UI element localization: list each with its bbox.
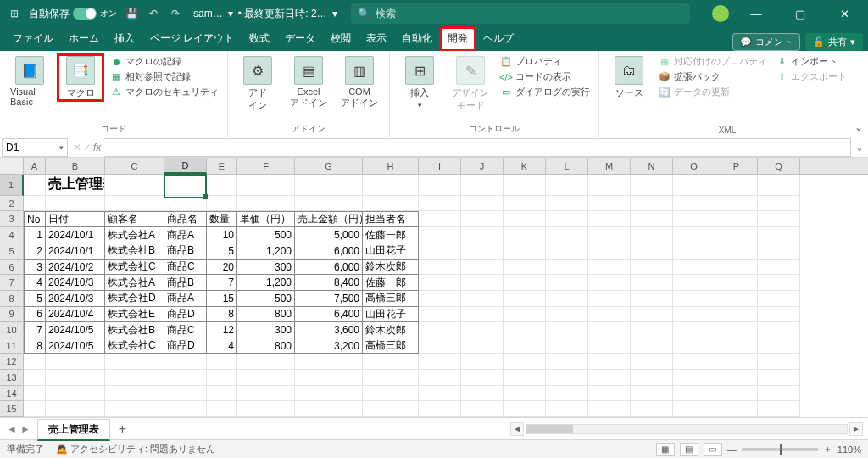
cell[interactable] <box>504 322 546 338</box>
cell[interactable] <box>237 370 295 386</box>
app-menu-icon[interactable]: ⊞ <box>7 6 22 21</box>
cell[interactable] <box>461 260 504 276</box>
cell[interactable] <box>504 175 546 196</box>
cell[interactable] <box>758 291 800 307</box>
tab-help[interactable]: ヘルプ <box>476 27 521 51</box>
cell[interactable] <box>419 386 461 402</box>
cell[interactable] <box>363 386 419 402</box>
minimize-icon[interactable]: ― <box>739 0 773 27</box>
autosave-toggle[interactable]: 自動保存 オン <box>29 7 117 21</box>
cell[interactable] <box>673 338 715 355</box>
cell[interactable]: 商品A <box>164 291 207 307</box>
share-button[interactable]: 🔓共有▾ <box>805 33 863 51</box>
cell[interactable] <box>546 354 588 370</box>
cell[interactable] <box>546 401 588 417</box>
cell[interactable]: No <box>24 211 46 227</box>
cell[interactable]: 山田花子 <box>363 307 419 323</box>
cell[interactable]: 商品名 <box>164 211 207 227</box>
cell[interactable] <box>295 386 363 402</box>
cell[interactable] <box>588 354 631 370</box>
cell[interactable]: 鈴木次郎 <box>363 260 419 276</box>
cell[interactable]: 3 <box>24 260 46 276</box>
maximize-icon[interactable]: ▢ <box>783 0 817 27</box>
cell[interactable] <box>631 370 673 386</box>
tab-review[interactable]: 校閲 <box>323 27 359 51</box>
cell[interactable]: 1,200 <box>237 243 295 260</box>
column-header-C[interactable]: C <box>105 158 164 174</box>
column-header-B[interactable]: B <box>46 158 105 174</box>
cell[interactable] <box>295 354 363 370</box>
cell[interactable]: 高橋三郎 <box>363 291 419 307</box>
cell[interactable]: 1 <box>24 227 46 243</box>
cell[interactable] <box>504 291 546 307</box>
cell[interactable]: 株式会社B <box>105 243 164 260</box>
cell[interactable] <box>419 291 461 307</box>
cell[interactable] <box>504 338 546 355</box>
cell[interactable] <box>504 260 546 276</box>
column-header-M[interactable]: M <box>588 158 631 174</box>
cell[interactable] <box>419 175 461 196</box>
cell[interactable] <box>758 260 800 276</box>
cell[interactable] <box>105 196 164 212</box>
visual-basic-button[interactable]: 📘 Visual Basic <box>7 54 53 109</box>
cell[interactable] <box>588 370 631 386</box>
row-header[interactable]: 14 <box>0 386 24 402</box>
cell[interactable] <box>46 354 105 370</box>
zoom-out-icon[interactable]: ― <box>727 444 737 455</box>
cell[interactable]: 15 <box>207 291 237 307</box>
tab-home[interactable]: ホーム <box>61 27 107 51</box>
cell[interactable] <box>758 275 800 291</box>
cell[interactable] <box>546 291 588 307</box>
cell[interactable] <box>419 354 461 370</box>
cell[interactable]: 10 <box>207 227 237 243</box>
chevron-down-icon[interactable]: ▾ <box>59 143 64 152</box>
collapse-ribbon-icon[interactable]: ⌄ <box>854 121 863 133</box>
cell[interactable] <box>631 243 673 260</box>
cell[interactable]: 500 <box>237 291 295 307</box>
run-dialog-button[interactable]: ▭ダイアログの実行 <box>498 85 592 99</box>
cell[interactable]: 売上金額（円） <box>295 211 363 227</box>
cell[interactable]: 5,000 <box>295 227 363 243</box>
cell[interactable] <box>631 260 673 276</box>
cell[interactable] <box>237 386 295 402</box>
cell[interactable] <box>715 243 758 260</box>
column-header-A[interactable]: A <box>24 158 46 174</box>
cell[interactable]: 2024/10/4 <box>46 307 105 323</box>
cell[interactable] <box>295 401 363 417</box>
cell[interactable] <box>758 211 800 227</box>
tab-developer[interactable]: 開発 <box>440 27 476 51</box>
cell[interactable] <box>715 227 758 243</box>
cell[interactable] <box>588 275 631 291</box>
cell[interactable] <box>758 354 800 370</box>
cell[interactable] <box>715 275 758 291</box>
cell[interactable]: 鈴木次郎 <box>363 322 419 338</box>
cell[interactable] <box>461 211 504 227</box>
cell[interactable]: 300 <box>237 260 295 276</box>
xml-source-button[interactable]: 🗂ソース <box>606 54 652 101</box>
accessibility-status[interactable]: 🙇 アクセシビリティ: 問題ありません <box>56 443 215 455</box>
cell[interactable]: 3,200 <box>295 338 363 355</box>
cell[interactable] <box>419 370 461 386</box>
view-pagebreak-icon[interactable]: ▭ <box>704 443 722 456</box>
cell[interactable] <box>504 307 546 323</box>
cell[interactable] <box>673 354 715 370</box>
cell[interactable] <box>673 322 715 338</box>
cell[interactable] <box>758 401 800 417</box>
cell[interactable]: 高橋三郎 <box>363 338 419 355</box>
cell[interactable]: 商品B <box>164 275 207 291</box>
cell[interactable] <box>588 243 631 260</box>
cell[interactable] <box>419 401 461 417</box>
column-header-G[interactable]: G <box>295 158 363 174</box>
document-name[interactable]: sam… <box>193 8 223 20</box>
cell[interactable]: 商品D <box>164 307 207 323</box>
cell[interactable] <box>546 260 588 276</box>
cell[interactable] <box>24 401 46 417</box>
view-code-button[interactable]: </>コードの表示 <box>498 70 592 84</box>
column-header-J[interactable]: J <box>461 158 504 174</box>
cell[interactable] <box>504 370 546 386</box>
cell[interactable] <box>758 370 800 386</box>
cell[interactable] <box>461 322 504 338</box>
macro-button[interactable]: 📑 マクロ <box>58 54 103 101</box>
cell[interactable] <box>207 370 237 386</box>
cell[interactable] <box>631 227 673 243</box>
